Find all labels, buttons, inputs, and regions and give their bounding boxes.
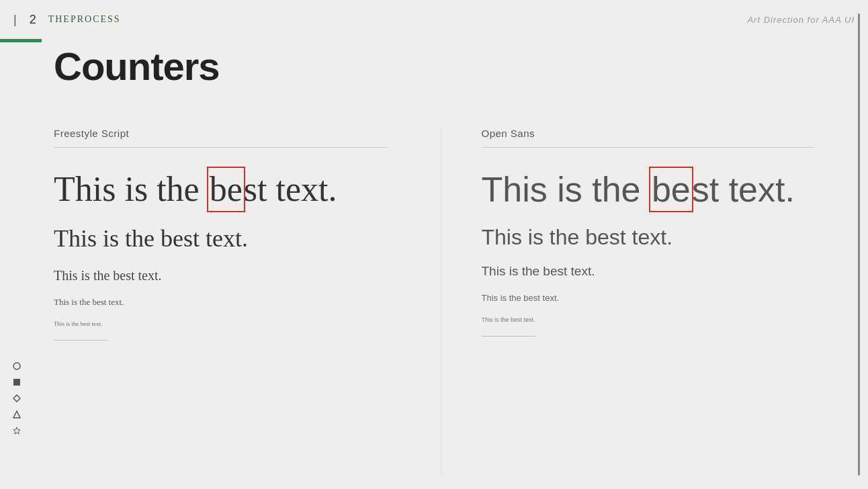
- top-bar-left: | 2 TheProcess: [13, 13, 121, 27]
- right-highlight-box: be: [649, 167, 693, 212]
- svg-marker-2: [13, 395, 20, 402]
- right-edge-divider: [858, 13, 860, 476]
- left-panel: Freestyle Script This is the best text. …: [0, 114, 441, 489]
- left-highlight-box: be: [207, 167, 245, 212]
- app-title: TheProcess: [48, 14, 121, 25]
- sidebar-icons: [12, 361, 21, 435]
- svg-rect-1: [13, 379, 20, 386]
- accent-line: [0, 39, 42, 42]
- right-text-suffix: st text.: [692, 170, 795, 209]
- sample-text-suffix: st text.: [244, 170, 337, 208]
- right-panel: Open Sans This is the best text. This is…: [441, 114, 869, 489]
- right-bottom-line: [482, 336, 535, 337]
- right-font-label: Open Sans: [482, 128, 815, 139]
- left-divider: [54, 147, 387, 148]
- svg-marker-4: [13, 427, 20, 434]
- content-area: Freestyle Script This is the best text. …: [0, 114, 868, 489]
- right-divider: [482, 147, 815, 148]
- left-sample-large: This is the best text.: [54, 167, 337, 212]
- right-sample-large: This is the best text.: [482, 167, 815, 212]
- top-bar: | 2 TheProcess Art Direction for AAA UI: [0, 0, 868, 39]
- left-sample-small: This is the best text.: [54, 267, 387, 283]
- right-sample-xsmall: This is the best text.: [482, 293, 815, 304]
- page-number: 2: [30, 13, 36, 27]
- right-sample-small: This is the best text.: [482, 264, 815, 279]
- left-bottom-line: [54, 340, 107, 341]
- right-sample-tiny: This is the best text.: [482, 316, 815, 324]
- svg-point-0: [13, 363, 20, 369]
- triangle-icon: [12, 410, 21, 419]
- left-font-label: Freestyle Script: [54, 128, 387, 139]
- right-text-prefix: This is the: [482, 170, 650, 209]
- star-icon: [12, 426, 21, 435]
- svg-marker-3: [13, 411, 20, 418]
- left-sample-medium: This is the best text.: [54, 224, 387, 253]
- diamond-icon: [12, 394, 21, 403]
- left-sample-xsmall: This is the best text.: [54, 297, 387, 308]
- page-title: Counters: [54, 44, 220, 89]
- top-bar-subtitle: Art Direction for AAA UI: [747, 15, 855, 25]
- circle-icon: [12, 361, 21, 371]
- sample-text-prefix: This is the: [54, 170, 208, 208]
- square-icon: [12, 377, 21, 387]
- right-sample-medium: This is the best text.: [482, 224, 815, 250]
- page-indicator: |: [13, 13, 17, 27]
- left-sample-tiny: This is the best text.: [54, 320, 387, 328]
